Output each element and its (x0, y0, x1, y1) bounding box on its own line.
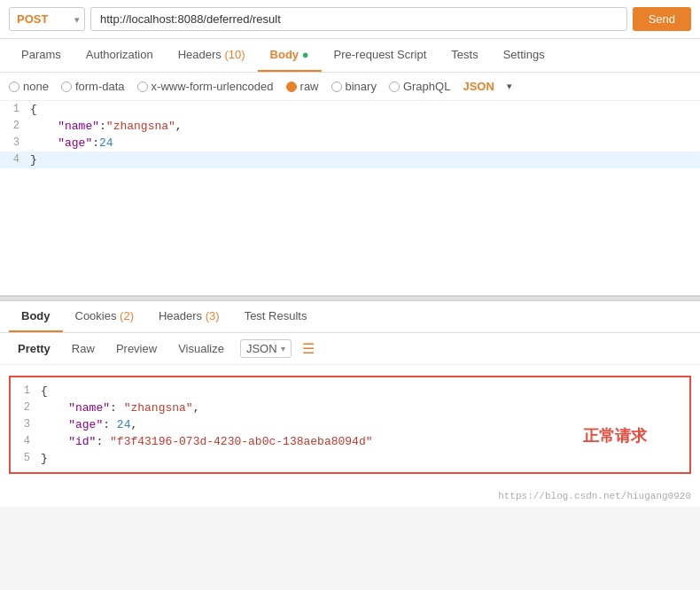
radio-none (9, 82, 19, 92)
tab-tests[interactable]: Tests (439, 39, 490, 72)
response-tabs: Body Cookies (2) Headers (3) Test Result… (0, 301, 700, 333)
top-bar: POST GET PUT DELETE Send (0, 0, 700, 39)
response-format-label: JSON (246, 342, 277, 355)
send-button[interactable]: Send (633, 7, 691, 31)
option-raw[interactable]: raw (286, 80, 319, 93)
resp-tab-headers[interactable]: Headers (3) (146, 301, 232, 332)
radio-form-data (61, 82, 72, 92)
method-wrapper: POST GET PUT DELETE (9, 7, 85, 31)
url-input[interactable] (90, 7, 627, 31)
radio-graphql (389, 82, 400, 92)
req-line-1: 1 { (0, 101, 700, 118)
resp-line-5: 5 } (11, 450, 689, 467)
body-options: none form-data x-www-form-urlencoded raw… (0, 73, 700, 101)
chevron-down-icon: ▾ (281, 344, 285, 353)
watermark: https://blog.csdn.net/hiugang0920 (498, 491, 691, 501)
request-body-editor[interactable]: 1 { 2 "name":"zhangsna", 3 "age":24 4 } (0, 101, 700, 296)
body-format-dropdown[interactable]: ▾ (507, 81, 512, 92)
response-format-select[interactable]: JSON ▾ (240, 339, 292, 358)
tab-body[interactable]: Body ● (258, 39, 322, 72)
radio-binary (331, 82, 342, 92)
request-tabs: Params Authorization Headers (10) Body ●… (0, 39, 700, 73)
resp-tab-test-results[interactable]: Test Results (232, 301, 320, 332)
tab-params[interactable]: Params (9, 39, 74, 72)
req-line-2: 2 "name":"zhangsna", (0, 118, 700, 135)
option-graphql[interactable]: GraphQL (389, 80, 450, 93)
tab-headers[interactable]: Headers (10) (166, 39, 258, 72)
resp-tab-cookies[interactable]: Cookies (2) (63, 301, 146, 332)
req-line-4: 4 } (0, 151, 700, 168)
option-form-data[interactable]: form-data (61, 80, 125, 93)
tab-authorization[interactable]: Authorization (74, 39, 166, 72)
resp-line-1: 1 { (11, 383, 689, 400)
fmt-visualize[interactable]: Visualize (169, 338, 233, 359)
req-line-3: 3 "age":24 (0, 135, 700, 151)
body-format-label: JSON (463, 80, 494, 93)
tab-prerequest[interactable]: Pre-request Script (322, 39, 439, 72)
response-body: 1 { 2 "name": "zhangsna", 3 "age": 24, 4… (0, 365, 700, 507)
resp-line-2: 2 "name": "zhangsna", (11, 400, 689, 416)
fmt-raw[interactable]: Raw (63, 338, 104, 359)
method-select[interactable]: POST GET PUT DELETE (9, 7, 85, 31)
fmt-preview[interactable]: Preview (107, 338, 166, 359)
fmt-pretty[interactable]: Pretty (9, 338, 59, 359)
option-urlencoded[interactable]: x-www-form-urlencoded (137, 80, 274, 93)
option-none[interactable]: none (9, 80, 49, 93)
tab-settings[interactable]: Settings (491, 39, 557, 72)
wrap-icon[interactable]: ☰ (302, 340, 315, 357)
resp-tab-body[interactable]: Body (9, 301, 63, 332)
normal-label: 正常请求 (583, 425, 647, 446)
radio-raw (286, 82, 297, 92)
option-binary[interactable]: binary (331, 80, 377, 93)
response-format-bar: Pretty Raw Preview Visualize JSON ▾ ☰ (0, 333, 700, 365)
radio-urlencoded (137, 82, 148, 92)
